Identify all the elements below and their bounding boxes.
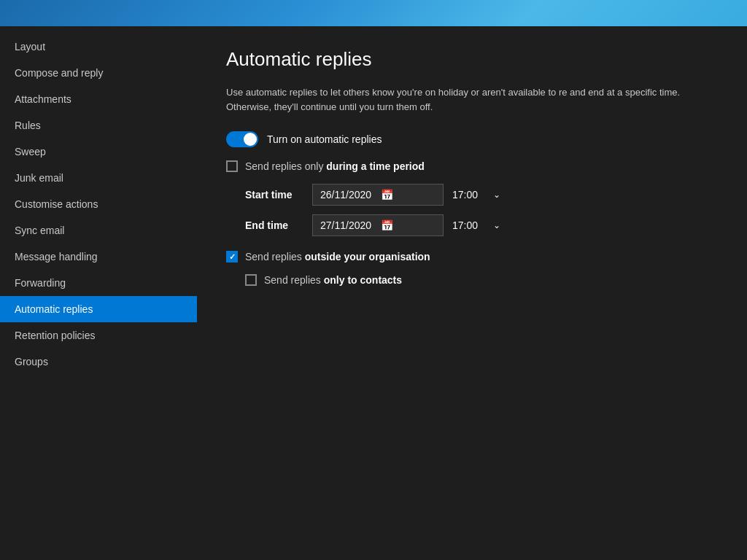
sidebar-item-retention-policies[interactable]: Retention policies <box>0 322 197 349</box>
description: Use automatic replies to let others know… <box>226 85 718 114</box>
end-time-select[interactable]: 17:00 ⌄ <box>452 219 500 231</box>
only-contacts-row: Send replies only to contacts <box>245 274 718 286</box>
end-time-label: End time <box>245 219 303 231</box>
start-date-input[interactable]: 26/11/2020 📅 <box>312 184 444 206</box>
only-contacts-checkbox[interactable] <box>245 274 257 286</box>
sidebar-item-customise-actions[interactable]: Customise actions <box>0 191 197 217</box>
toggle-label: Turn on automatic replies <box>267 133 382 145</box>
sidebar-item-forwarding[interactable]: Forwarding <box>0 270 197 296</box>
time-period-checkbox[interactable] <box>226 160 238 172</box>
sidebar-item-junk-email[interactable]: Junk email <box>0 165 197 191</box>
start-date-value: 26/11/2020 <box>320 189 375 201</box>
outside-org-label: Send replies outside your organisation <box>245 251 430 262</box>
time-period-row: Send replies only during a time period <box>226 160 718 172</box>
sidebar-item-compose-reply[interactable]: Compose and reply <box>0 60 197 86</box>
start-time-chevron-icon: ⌄ <box>493 190 500 200</box>
main-content: Automatic replies Use automatic replies … <box>197 26 747 560</box>
end-calendar-icon: 📅 <box>381 219 436 231</box>
start-time-value: 17:00 <box>452 189 489 201</box>
outside-org-row: Send replies outside your organisation <box>226 251 718 262</box>
automatic-replies-toggle[interactable] <box>226 131 258 147</box>
sidebar-item-rules[interactable]: Rules <box>0 112 197 139</box>
time-section: Start time 26/11/2020 📅 17:00 ⌄ End time… <box>245 184 718 236</box>
sidebar: LayoutCompose and replyAttachmentsRulesS… <box>0 26 197 560</box>
toggle-row: Turn on automatic replies <box>226 131 718 147</box>
end-time-chevron-icon: ⌄ <box>493 220 500 230</box>
end-time-value: 17:00 <box>452 219 489 231</box>
outside-org-section: Send replies outside your organisation S… <box>226 251 718 286</box>
sidebar-item-layout[interactable]: Layout <box>0 34 197 60</box>
sidebar-item-sync-email[interactable]: Sync email <box>0 217 197 244</box>
toggle-knob <box>244 133 257 146</box>
sidebar-item-attachments[interactable]: Attachments <box>0 86 197 112</box>
top-bar <box>0 0 747 26</box>
sidebar-item-message-handling[interactable]: Message handling <box>0 244 197 270</box>
end-date-input[interactable]: 27/11/2020 📅 <box>312 214 444 236</box>
start-calendar-icon: 📅 <box>381 189 436 201</box>
outside-org-checkbox[interactable] <box>226 251 238 262</box>
time-period-label: Send replies only during a time period <box>245 160 425 172</box>
start-time-label: Start time <box>245 189 303 201</box>
end-date-value: 27/11/2020 <box>320 219 375 231</box>
start-time-row: Start time 26/11/2020 📅 17:00 ⌄ <box>245 184 718 206</box>
sidebar-item-automatic-replies[interactable]: Automatic replies <box>0 296 197 322</box>
only-contacts-label: Send replies only to contacts <box>264 274 402 286</box>
sidebar-item-groups[interactable]: Groups <box>0 349 197 375</box>
page-title: Automatic replies <box>226 48 718 71</box>
sidebar-item-sweep[interactable]: Sweep <box>0 139 197 165</box>
end-time-row: End time 27/11/2020 📅 17:00 ⌄ <box>245 214 718 236</box>
start-time-select[interactable]: 17:00 ⌄ <box>452 189 500 201</box>
